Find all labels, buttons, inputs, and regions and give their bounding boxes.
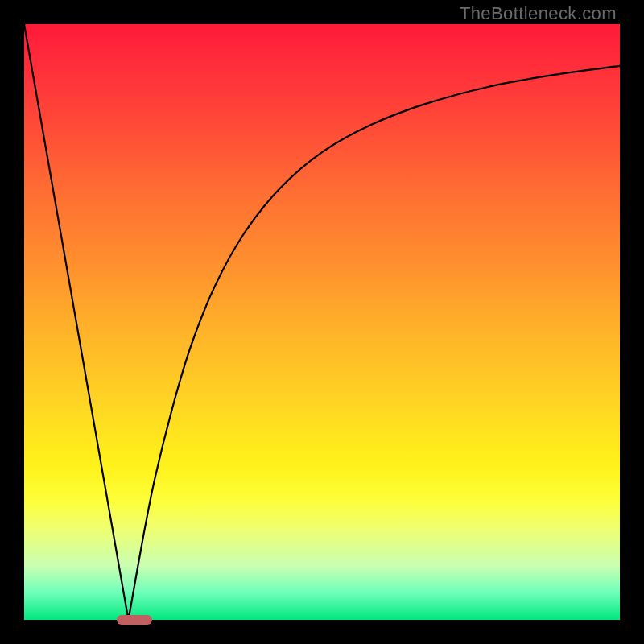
- plot-area: [24, 24, 620, 620]
- curve-path: [24, 24, 620, 626]
- minimum-marker: [117, 615, 152, 625]
- watermark-text: TheBottleneck.com: [460, 3, 617, 24]
- chart-frame: TheBottleneck.com: [0, 0, 644, 644]
- bottleneck-curve: [24, 24, 620, 620]
